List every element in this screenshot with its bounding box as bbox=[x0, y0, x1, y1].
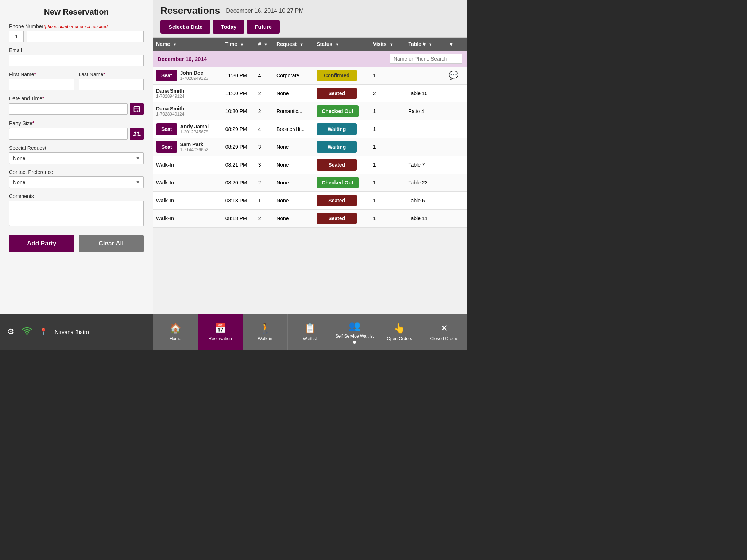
party-size: 2 bbox=[255, 85, 274, 102]
status-cell: Seated bbox=[314, 210, 370, 228]
table-number bbox=[406, 120, 446, 138]
special-request-group: Special Request None ▼ bbox=[9, 145, 144, 164]
table-number: Table 10 bbox=[406, 85, 446, 102]
col-request[interactable]: Request ▼ bbox=[274, 38, 314, 51]
datetime-input[interactable] bbox=[9, 103, 128, 115]
nav-tab-walkin[interactable]: 🚶Walk-in bbox=[243, 314, 288, 350]
seat-button[interactable]: Seat bbox=[156, 70, 177, 81]
visits-count: 1 bbox=[370, 67, 406, 85]
special-request-select[interactable]: None bbox=[9, 152, 144, 164]
special-request: Corporate... bbox=[274, 67, 314, 85]
status-cell: Seated bbox=[314, 156, 370, 174]
guest-name-cell: SeatAndy Jamal1-2012345678 bbox=[153, 120, 222, 138]
guest-phone: 1-2012345678 bbox=[180, 129, 209, 135]
party-size-button[interactable] bbox=[130, 128, 144, 140]
search-input[interactable] bbox=[390, 54, 462, 64]
status-cell: Waiting bbox=[314, 120, 370, 138]
visits-count: 1 bbox=[370, 210, 406, 228]
svg-point-5 bbox=[134, 132, 136, 134]
special-request-label: Special Request bbox=[9, 145, 144, 151]
status-badge[interactable]: Confirmed bbox=[317, 70, 357, 81]
status-badge[interactable]: Waiting bbox=[317, 141, 357, 153]
phone-label: Phone Number*phone number or email requi… bbox=[9, 23, 144, 29]
comment-cell bbox=[446, 192, 467, 210]
status-badge[interactable]: Seated bbox=[317, 195, 357, 206]
svg-text:31: 31 bbox=[135, 109, 138, 112]
col-time[interactable]: Time ▼ bbox=[222, 38, 255, 51]
party-size-input[interactable] bbox=[9, 128, 128, 140]
col-visits[interactable]: Visits ▼ bbox=[370, 38, 406, 51]
nav-tab-closed-orders[interactable]: ✕Closed Orders bbox=[422, 314, 467, 350]
wifi-icon bbox=[22, 327, 32, 337]
datetime-group: Date and Time* 31 bbox=[9, 96, 144, 115]
section-date: December 16, 2014 bbox=[158, 56, 207, 62]
future-button[interactable]: Future bbox=[247, 20, 280, 34]
status-badge[interactable]: Seated bbox=[317, 159, 357, 171]
comment-cell bbox=[446, 210, 467, 228]
calendar-button[interactable]: 31 bbox=[130, 103, 144, 115]
nav-tab-open-orders[interactable]: 👆Open Orders bbox=[377, 314, 422, 350]
reservation-time: 10:30 PM bbox=[222, 102, 255, 120]
last-name-input[interactable] bbox=[79, 79, 144, 90]
comment-cell bbox=[446, 85, 467, 102]
reservation-label: Reservation bbox=[209, 336, 232, 341]
nav-tab-reservation[interactable]: 📅Reservation bbox=[198, 314, 243, 350]
nav-tabs: 🏠Home📅Reservation🚶Walk-in📋Waitlist👥Self … bbox=[153, 314, 467, 350]
comments-textarea[interactable] bbox=[9, 201, 144, 226]
status-cell: Seated bbox=[314, 85, 370, 102]
nav-tab-self-service[interactable]: 👥Self Service Waitlist bbox=[332, 314, 377, 350]
contact-preference-select[interactable]: None bbox=[9, 176, 144, 188]
seat-button[interactable]: Seat bbox=[156, 123, 177, 135]
status-badge[interactable]: Checked Out bbox=[317, 105, 358, 117]
email-input[interactable] bbox=[9, 55, 144, 66]
seat-button[interactable]: Seat bbox=[156, 141, 177, 153]
table-row: Walk-In08:21 PM3NoneSeated1Table 7 bbox=[153, 156, 467, 174]
self-service-icon: 👥 bbox=[349, 320, 360, 331]
table-row: SeatJohn Doe1-702894912311:30 PM4Corpora… bbox=[153, 67, 467, 85]
comment-icon[interactable]: 💬 bbox=[449, 71, 458, 80]
reservations-table-container: Name ▼ Time ▼ # ▼ Request bbox=[153, 38, 467, 314]
status-badge[interactable]: Seated bbox=[317, 88, 357, 99]
closed-orders-label: Closed Orders bbox=[430, 336, 458, 341]
date-section-row: December 16, 2014 bbox=[153, 51, 467, 67]
col-table[interactable]: Table # ▼ bbox=[406, 38, 446, 51]
visits-count: 1 bbox=[370, 102, 406, 120]
name-sort-icon: ▼ bbox=[173, 42, 177, 47]
col-party[interactable]: # ▼ bbox=[255, 38, 274, 51]
phone-prefix-input[interactable] bbox=[9, 31, 24, 42]
reservation-time: 08:18 PM bbox=[222, 192, 255, 210]
settings-icon[interactable]: ⚙ bbox=[7, 327, 15, 337]
col-filter[interactable]: ▼ bbox=[446, 38, 467, 51]
guest-name: Walk-In bbox=[156, 162, 220, 168]
reservation-time: 08:29 PM bbox=[222, 138, 255, 156]
table-number bbox=[406, 67, 446, 85]
phone-number-input[interactable] bbox=[27, 31, 144, 42]
status-badge[interactable]: Seated bbox=[317, 213, 357, 224]
status-sort-icon: ▼ bbox=[335, 42, 339, 47]
svg-point-7 bbox=[26, 333, 28, 335]
guest-name-cell: Walk-In bbox=[153, 210, 222, 228]
status-badge[interactable]: Waiting bbox=[317, 123, 357, 135]
reservations-table: Name ▼ Time ▼ # ▼ Request bbox=[153, 38, 467, 228]
status-badge[interactable]: Checked Out bbox=[317, 177, 358, 188]
comments-label: Comments bbox=[9, 193, 144, 199]
col-name[interactable]: Name ▼ bbox=[153, 38, 222, 51]
today-button[interactable]: Today bbox=[213, 20, 244, 34]
col-status[interactable]: Status ▼ bbox=[314, 38, 370, 51]
svg-point-6 bbox=[137, 132, 139, 134]
guest-name: Sam Park bbox=[180, 141, 208, 147]
nav-tab-home[interactable]: 🏠Home bbox=[153, 314, 198, 350]
table-number: Table 6 bbox=[406, 192, 446, 210]
select-date-button[interactable]: Select a Date bbox=[160, 20, 210, 34]
table-sort-icon: ▼ bbox=[429, 42, 433, 47]
status-cell: Checked Out bbox=[314, 102, 370, 120]
party-size: 2 bbox=[255, 174, 274, 192]
first-name-input[interactable] bbox=[9, 79, 74, 90]
nav-tab-waitlist[interactable]: 📋Waitlist bbox=[288, 314, 333, 350]
reservations-date: December 16, 2014 10:27 PM bbox=[226, 8, 303, 14]
clear-all-button[interactable]: Clear All bbox=[79, 235, 144, 252]
guest-name-cell: SeatSam Park1-7144026652 bbox=[153, 138, 222, 156]
add-party-button[interactable]: Add Party bbox=[9, 235, 74, 252]
special-request: Booster/Hi... bbox=[274, 120, 314, 138]
party-size-label: Party Size* bbox=[9, 120, 144, 126]
